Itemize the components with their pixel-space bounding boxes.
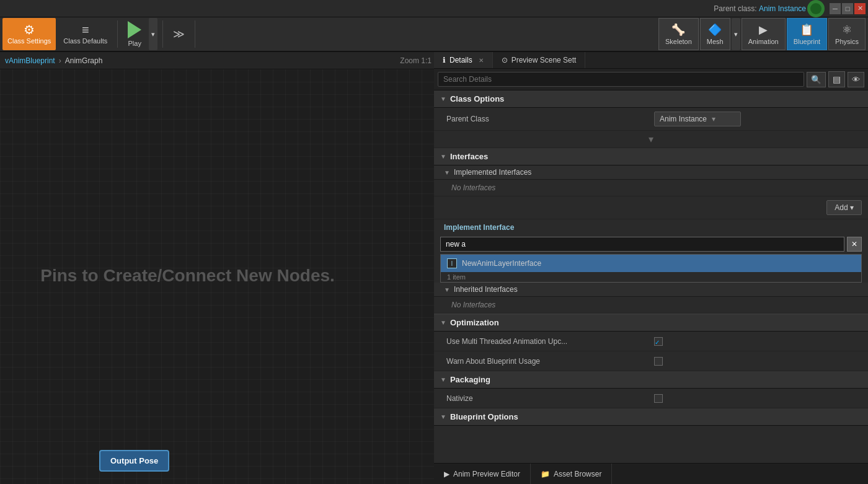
dropdown-arrow-icon: ▾ — [712, 115, 715, 123]
warn-blueprint-value — [654, 357, 862, 366]
multi-threaded-value — [654, 337, 862, 346]
parent-class-value: Anim Instance ▾ — [654, 112, 862, 126]
implement-interface-clear-button[interactable]: ✕ — [847, 237, 862, 252]
toolbar-separator-3 — [195, 20, 195, 48]
implement-interface-input[interactable] — [440, 237, 844, 252]
right-panel: ℹ Details ✕ ⊙ Preview Scene Sett 🔍 ▤ 👁 ▼… — [434, 52, 868, 484]
tab-buttons: 🦴 Skeleton 🔷 Mesh ▾ ▶ Animation 📋 Bluepr… — [658, 18, 866, 50]
blueprint-options-title: Blueprint Options — [450, 412, 518, 421]
optimization-body: Use Multi Threaded Animation Upc... Warn… — [434, 332, 868, 371]
nativize-value — [654, 394, 862, 403]
multi-threaded-row: Use Multi Threaded Animation Upc... — [434, 332, 868, 351]
blueprint-options-arrow: ▼ — [440, 413, 446, 420]
skeleton-icon: 🦴 — [671, 23, 685, 37]
interfaces-header[interactable]: ▼ Interfaces — [434, 148, 868, 165]
implement-interface-area: Implement Interface ✕ I NewAnimLayerInte… — [434, 219, 868, 283]
interfaces-title: Interfaces — [450, 152, 488, 161]
packaging-arrow: ▼ — [440, 376, 446, 383]
maximize-button[interactable]: □ — [842, 3, 853, 14]
tab-skeleton[interactable]: 🦴 Skeleton — [658, 18, 699, 50]
interface-dropdown: I NewAnimLayerInterface New Anim Layer I… — [440, 254, 862, 283]
class-options-body: Parent Class Anim Instance ▾ ▾ — [434, 108, 868, 148]
anim-preview-icon: ▶ — [444, 470, 450, 478]
list-icon: ≡ — [82, 24, 89, 36]
optimization-arrow: ▼ — [440, 319, 446, 326]
add-interface-button[interactable]: Add ▾ — [826, 200, 862, 215]
multi-threaded-checkbox[interactable] — [654, 337, 663, 346]
physics-icon: ⚛ — [842, 23, 852, 37]
class-options-header[interactable]: ▼ Class Options — [434, 90, 868, 108]
class-options-title: Class Options — [450, 94, 504, 103]
implement-interface-label: Implement Interface — [434, 219, 868, 234]
interface-item-name-0: NewAnimLayerInterface — [462, 259, 541, 268]
asset-browser-icon: 📁 — [541, 470, 550, 478]
mesh-icon: 🔷 — [708, 23, 722, 37]
title-bar: Parent class: Anim Instance ─ □ ✕ — [0, 0, 868, 17]
preview-icon: ⊙ — [502, 56, 508, 64]
panel-tabs: ℹ Details ✕ ⊙ Preview Scene Sett — [434, 52, 868, 69]
view-toggle-button[interactable]: ▤ — [828, 71, 845, 87]
tab-details[interactable]: ℹ Details ✕ — [434, 52, 493, 68]
tab-preview-scene[interactable]: ⊙ Preview Scene Sett — [493, 52, 586, 68]
packaging-header[interactable]: ▼ Packaging — [434, 371, 868, 389]
bottom-tab-asset-browser[interactable]: 📁 Asset Browser — [531, 464, 612, 484]
output-pose-node[interactable]: Output Pose — [99, 450, 169, 472]
bottom-tab-anim-preview[interactable]: ▶ Anim Preview Editor — [434, 464, 531, 484]
canvas-area[interactable]: Pins to Create/Connect New Nodes. Output… — [0, 69, 434, 484]
minimize-button[interactable]: ─ — [830, 3, 841, 14]
warn-blueprint-row: Warn About Blueprint Usage — [434, 351, 868, 371]
implemented-no-interfaces: No Interfaces — [434, 180, 868, 196]
tab-mesh[interactable]: 🔷 Mesh — [700, 18, 730, 50]
zoom-label: Zoom 1:1 — [400, 52, 432, 69]
close-button[interactable]: ✕ — [854, 3, 866, 14]
inherited-title: Inherited Interfaces — [454, 285, 518, 294]
tab-physics[interactable]: ⚛ Physics — [828, 18, 866, 50]
class-options-expand-row: ▾ — [434, 131, 868, 148]
add-btn-row: Add ▾ — [434, 196, 868, 219]
parent-class-dropdown[interactable]: Anim Instance ▾ — [654, 112, 741, 126]
search-bar: 🔍 ▤ 👁 — [434, 69, 868, 90]
panel-content: ▼ Class Options Parent Class Anim Instan… — [434, 90, 868, 484]
class-defaults-button[interactable]: ≡ Class Defaults — [58, 18, 112, 50]
packaging-body: Nativize — [434, 389, 868, 408]
avatar — [807, 0, 825, 17]
class-settings-button[interactable]: ⚙ Class Settings — [2, 18, 56, 50]
animation-icon: ▶ — [759, 23, 768, 37]
interface-dropdown-item-0[interactable]: I NewAnimLayerInterface New Anim Layer I… — [441, 255, 861, 272]
play-dropdown-button[interactable]: ▾ — [149, 18, 157, 50]
optimization-header[interactable]: ▼ Optimization — [434, 314, 868, 332]
blueprint-options-header[interactable]: ▼ Blueprint Options — [434, 408, 868, 426]
expand-button[interactable]: ≫ — [168, 18, 190, 50]
packaging-title: Packaging — [450, 375, 490, 384]
interfaces-body: ▼ Implemented Interfaces No Interfaces A… — [434, 165, 868, 314]
inherited-interfaces-header[interactable]: ▼ Inherited Interfaces — [434, 283, 868, 297]
canvas-hint: Pins to Create/Connect New Nodes. — [40, 266, 335, 286]
play-icon — [128, 21, 141, 38]
warn-blueprint-label: Warn About Blueprint Usage — [446, 357, 654, 366]
blueprint-options-body — [434, 426, 868, 444]
inherited-no-interfaces: No Interfaces — [434, 297, 868, 314]
implemented-interfaces-header[interactable]: ▼ Implemented Interfaces — [434, 165, 868, 180]
inherited-arrow: ▼ — [444, 286, 450, 293]
play-button[interactable]: Play — [123, 18, 146, 50]
mesh-dropdown-button[interactable]: ▾ — [732, 18, 740, 50]
nativize-label: Nativize — [446, 394, 654, 403]
search-button[interactable]: 🔍 — [807, 72, 826, 87]
warn-blueprint-checkbox[interactable] — [654, 357, 663, 366]
visibility-toggle-button[interactable]: 👁 — [848, 72, 864, 87]
details-tab-close[interactable]: ✕ — [479, 57, 484, 64]
search-input[interactable] — [438, 72, 804, 87]
tab-blueprint[interactable]: 📋 Blueprint — [787, 18, 827, 50]
details-icon: ℹ — [443, 56, 446, 64]
title-bar-buttons: ─ □ ✕ — [830, 3, 866, 14]
breadcrumb-parent[interactable]: vAnimBlueprint — [5, 56, 55, 65]
blueprint-icon: 📋 — [800, 23, 813, 37]
class-options-arrow: ▼ — [440, 95, 446, 102]
multi-threaded-label: Use Multi Threaded Animation Upc... — [446, 337, 654, 346]
class-options-expand-button[interactable]: ▾ — [649, 133, 653, 145]
interface-item-icon: I — [447, 258, 457, 268]
optimization-title: Optimization — [450, 318, 499, 327]
nativize-checkbox[interactable] — [654, 394, 663, 403]
tab-animation[interactable]: ▶ Animation — [742, 18, 786, 50]
interface-item-count: 1 item — [441, 272, 861, 282]
